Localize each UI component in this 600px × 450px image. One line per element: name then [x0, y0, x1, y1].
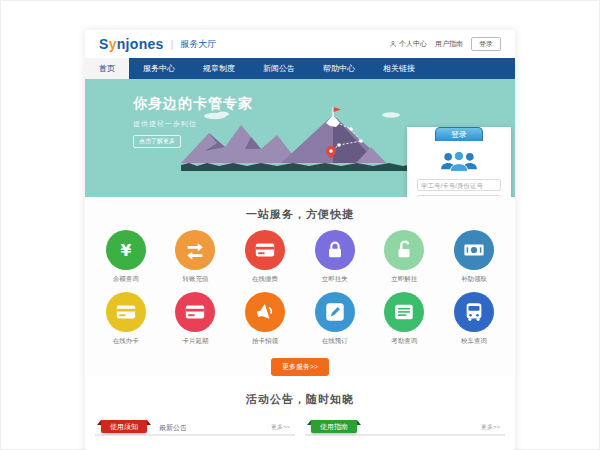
nav-item[interactable]: 相关链接: [369, 58, 429, 79]
service-label: 拾卡招领: [230, 337, 300, 346]
service-item[interactable]: 转账充值: [161, 230, 231, 284]
nav-item[interactable]: 帮助中心: [309, 58, 369, 79]
header-link-1[interactable]: 用户指南: [435, 39, 463, 49]
services-section: 一站服务，方便快捷 ¥余额查询转账充值在线缴费立即挂失立即解挂补助领取在线办卡卡…: [85, 197, 515, 376]
card-icon: [245, 230, 285, 270]
panel-more-link[interactable]: 更多>>: [271, 421, 295, 434]
service-label: 补助领取: [439, 275, 509, 284]
site-subtitle: 服务大厅: [180, 38, 216, 51]
service-item[interactable]: 在线办卡: [91, 292, 161, 346]
yen-icon: ¥: [106, 230, 146, 270]
services-grid: ¥余额查询转账充值在线缴费立即挂失立即解挂补助领取在线办卡卡片延期拾卡招领在线预…: [85, 222, 515, 354]
service-item[interactable]: 考勤查询: [370, 292, 440, 346]
username-input[interactable]: [417, 179, 501, 191]
service-label: 校车查询: [439, 337, 509, 346]
panel-body: [95, 436, 295, 450]
header-link-label: 个人中心: [399, 39, 427, 49]
panel-ribbon[interactable]: 使用须知: [101, 420, 147, 433]
banknote-icon: [454, 230, 494, 270]
service-item[interactable]: 在线缴费: [230, 230, 300, 284]
header-links: 个人中心用户指南登录: [389, 37, 501, 51]
announcement-panel-1: 使用指南更多>>: [305, 419, 505, 450]
service-item[interactable]: 立即挂失: [300, 230, 370, 284]
list-icon: [384, 292, 424, 332]
service-label: 立即挂失: [300, 275, 370, 284]
panel-header: 使用指南更多>>: [305, 419, 505, 436]
service-item[interactable]: 卡片延期: [161, 292, 231, 346]
svg-text:¥: ¥: [120, 242, 131, 260]
panel-body: [305, 436, 505, 450]
service-label: 在线缴费: [230, 275, 300, 284]
password-input[interactable]: [417, 195, 501, 197]
panel-header: 使用须知最新公告更多>>: [95, 419, 295, 436]
nav-item[interactable]: 服务中心: [129, 58, 189, 79]
service-item[interactable]: 补助领取: [439, 230, 509, 284]
unlock-icon: [384, 230, 424, 270]
services-title: 一站服务，方便快捷: [85, 207, 515, 222]
hero-subtitle: 提供捷径一步到位: [133, 119, 253, 129]
announcement-panels: 使用须知最新公告更多>>使用指南更多>>: [85, 407, 515, 450]
service-item[interactable]: 校车查询: [439, 292, 509, 346]
logo: Synjones: [99, 36, 164, 52]
service-item[interactable]: 在线预订: [300, 292, 370, 346]
bus-icon: [454, 292, 494, 332]
nav-item[interactable]: 新闻公告: [249, 58, 309, 79]
login-panel: 登录 记住用户名 | 忘记密码 c: [407, 127, 511, 197]
card-icon: [175, 292, 215, 332]
service-label: 在线办卡: [91, 337, 161, 346]
hero-title: 你身边的卡管专家: [133, 95, 253, 113]
service-item[interactable]: 拾卡招领: [230, 292, 300, 346]
service-item[interactable]: ¥余额查询: [91, 230, 161, 284]
header-link-0[interactable]: 个人中心: [389, 39, 427, 49]
transfer-icon: [175, 230, 215, 270]
site-container: Synjones | 服务大厅 个人中心用户指南登录 首页服务中心规章制度新闻公…: [85, 30, 515, 450]
site-header: Synjones | 服务大厅 个人中心用户指南登录: [85, 30, 515, 58]
card-icon: [106, 292, 146, 332]
service-label: 卡片延期: [161, 337, 231, 346]
users-icon: [407, 149, 511, 173]
service-item[interactable]: 立即解挂: [370, 230, 440, 284]
login-tab[interactable]: 登录: [435, 127, 483, 141]
person-icon: [389, 40, 397, 49]
hero-cta-button[interactable]: 点击了解更多: [133, 135, 181, 148]
header-divider: |: [171, 39, 174, 50]
megaphone-icon: [245, 292, 285, 332]
nav-item[interactable]: 规章制度: [189, 58, 249, 79]
announcements-section: 活动公告，随时知晓 使用须知最新公告更多>>使用指南更多>>: [85, 376, 515, 450]
main-nav: 首页服务中心规章制度新闻公告帮助中心相关链接: [85, 58, 515, 79]
header-link-label: 用户指南: [435, 39, 463, 49]
header-login-button[interactable]: 登录: [471, 37, 501, 51]
lock-icon: [315, 230, 355, 270]
hero-copy: 你身边的卡管专家 提供捷径一步到位 点击了解更多: [133, 95, 253, 148]
service-label: 在线预订: [300, 337, 370, 346]
panel-more-link[interactable]: 更多>>: [481, 421, 505, 434]
service-label: 转账充值: [161, 275, 231, 284]
pencil-icon: [315, 292, 355, 332]
hero-banner: 你身边的卡管专家 提供捷径一步到位 点击了解更多: [85, 79, 515, 197]
service-label: 立即解挂: [370, 275, 440, 284]
more-services-button[interactable]: 更多服务>>: [271, 358, 329, 376]
panel-ribbon[interactable]: 使用指南: [311, 420, 357, 433]
nav-item[interactable]: 首页: [85, 58, 129, 79]
service-label: 考勤查询: [370, 337, 440, 346]
panel-tab[interactable]: 最新公告: [159, 421, 187, 434]
service-label: 余额查询: [91, 275, 161, 284]
announcements-title: 活动公告，随时知晓: [85, 392, 515, 407]
announcement-panel-0: 使用须知最新公告更多>>: [95, 419, 295, 450]
